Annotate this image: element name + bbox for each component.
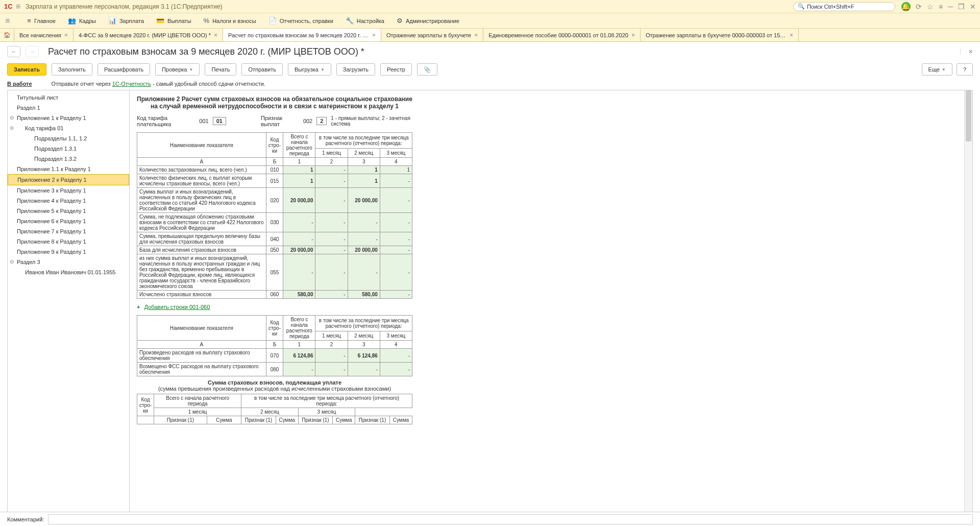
cell[interactable]: - <box>283 363 315 376</box>
cell[interactable]: - <box>380 349 412 363</box>
check-button[interactable]: Проверка▼ <box>155 63 200 76</box>
tree-item[interactable]: Приложение 8 к Разделу 1 <box>8 236 129 247</box>
cell[interactable]: - <box>380 246 412 254</box>
nav-forward-button[interactable]: → <box>26 46 39 57</box>
cell[interactable]: - <box>315 246 348 254</box>
menu-dots-icon[interactable]: ⋮ <box>958 49 963 55</box>
cell[interactable]: 1 <box>283 166 315 174</box>
cell[interactable]: - <box>315 213 348 232</box>
close-icon[interactable]: × <box>372 32 376 39</box>
close-window-icon[interactable]: ✕ <box>970 3 976 11</box>
menu-Выплаты[interactable]: 💳Выплаты <box>156 17 191 25</box>
menu-Зарплата[interactable]: 📊Зарплата <box>108 17 144 25</box>
cell[interactable]: - <box>380 291 412 299</box>
cell[interactable]: - <box>380 363 412 376</box>
tree-item[interactable]: Приложение 4 к Разделу 1 <box>8 196 129 206</box>
cell[interactable]: 6 124,86 <box>283 349 315 363</box>
tree-item[interactable]: Приложение 2 к Разделу 1 <box>8 174 129 185</box>
cell[interactable]: - <box>283 213 315 232</box>
attach-button[interactable]: 📎 <box>417 63 437 76</box>
cell[interactable]: 1 <box>348 174 380 188</box>
cell[interactable]: - <box>315 363 348 376</box>
nav-back-button[interactable]: ← <box>7 46 20 57</box>
cell[interactable]: 20 000,00 <box>348 246 380 254</box>
decode-button[interactable]: Расшифровать <box>97 63 150 76</box>
print-button[interactable]: Печать <box>205 63 236 76</box>
registry-button[interactable]: Реестр <box>380 63 412 76</box>
cell[interactable]: - <box>380 188 412 213</box>
cell[interactable]: - <box>348 213 380 232</box>
more-button[interactable]: Еще▼ <box>922 63 952 76</box>
tree-item[interactable]: Приложение 5 к Разделу 1 <box>8 206 129 216</box>
minimize-icon[interactable]: ─ <box>948 3 953 11</box>
cell[interactable]: - <box>315 349 348 363</box>
cell[interactable]: - <box>315 188 348 213</box>
cell[interactable]: 20 000,00 <box>283 188 315 213</box>
burger-icon[interactable]: ≡ <box>16 2 20 11</box>
tree-item[interactable]: Подраздел 1.3.1 <box>8 144 129 154</box>
tab[interactable]: 4-ФСС за 9 месяцев 2020 г. (МИР ЦВЕТОВ О… <box>74 29 223 41</box>
add-rows-link[interactable]: Добавить строки 001-060 <box>144 304 210 310</box>
cell[interactable]: - <box>315 254 348 291</box>
expand-icon[interactable]: ⊖ <box>10 115 14 121</box>
menu-Главное[interactable]: ≡Главное <box>27 17 56 25</box>
write-button[interactable]: Записать <box>7 63 46 76</box>
sign-code-input[interactable]: 2 <box>316 117 327 125</box>
menu-Налоги и взносы[interactable]: %Налоги и взносы <box>204 17 256 25</box>
cell[interactable]: - <box>348 232 380 246</box>
cell[interactable]: - <box>315 174 348 188</box>
cell[interactable]: - <box>380 174 412 188</box>
close-icon[interactable]: × <box>474 32 478 39</box>
menu-toggle-icon[interactable]: ≡ <box>5 16 10 26</box>
expand-icon[interactable]: ⊖ <box>10 125 14 131</box>
fill-button[interactable]: Заполнить <box>52 63 92 76</box>
tree-item[interactable]: Приложение 6 к Разделу 1 <box>8 216 129 226</box>
upload-button[interactable]: Выгрузка▼ <box>288 63 331 76</box>
tree-item[interactable]: ⊖Приложение 1 к Разделу 1 <box>8 113 129 123</box>
close-icon[interactable]: × <box>214 32 217 39</box>
close-icon[interactable]: × <box>790 32 793 39</box>
close-page-icon[interactable]: ✕ <box>968 49 973 55</box>
tree-item[interactable]: Приложение 9 к Разделу 1 <box>8 247 129 257</box>
close-icon[interactable]: × <box>64 32 68 39</box>
tree-item[interactable]: ⊖Код тарифа 01 <box>8 123 129 133</box>
help-button[interactable]: ? <box>957 63 973 76</box>
history-icon[interactable]: ⟳ <box>916 3 922 11</box>
filter-icon[interactable]: ≡ <box>939 3 943 11</box>
cell[interactable]: - <box>380 213 412 232</box>
tab[interactable]: Отражение зарплаты в бухучете× <box>381 29 483 41</box>
expand-icon[interactable]: ⊖ <box>10 259 14 265</box>
star-icon[interactable]: ☆ <box>927 3 934 11</box>
cell[interactable]: 580,00 <box>348 291 380 299</box>
bell-icon[interactable]: 🔔 <box>901 2 911 11</box>
load-button[interactable]: Загрузить <box>336 63 375 76</box>
menu-Настройка[interactable]: 🔧Настройка <box>346 17 384 25</box>
sections-tree[interactable]: Титульный листРаздел 1⊖Приложение 1 к Ра… <box>7 90 130 514</box>
status-badge[interactable]: В работе <box>7 81 32 87</box>
scrollbar-vertical[interactable] <box>964 90 972 513</box>
cell[interactable]: 1 <box>380 166 412 174</box>
cell[interactable]: 20 000,00 <box>283 246 315 254</box>
tab[interactable]: Расчет по страховым взносам за 9 месяцев… <box>223 29 381 41</box>
cell[interactable]: - <box>315 232 348 246</box>
send-button[interactable]: Отправить <box>241 63 283 76</box>
tab[interactable]: Все начисления× <box>14 29 74 41</box>
1c-report-link[interactable]: 1С-Отчетность <box>112 81 151 87</box>
tariff-code-input[interactable]: 01 <box>213 117 226 125</box>
cell[interactable]: - <box>348 254 380 291</box>
cell[interactable]: - <box>315 291 348 299</box>
cell[interactable]: 580,00 <box>283 291 315 299</box>
tree-item[interactable]: ⊖Раздел 3 <box>8 257 129 267</box>
cell[interactable]: - <box>283 254 315 291</box>
tree-item[interactable]: Приложение 7 к Разделу 1 <box>8 226 129 236</box>
restore-icon[interactable]: ❐ <box>958 3 965 11</box>
cell[interactable]: 20 000,00 <box>348 188 380 213</box>
tree-item[interactable]: Подразделы 1.1, 1.2 <box>8 133 129 144</box>
menu-Кадры[interactable]: 👥Кадры <box>68 17 96 25</box>
tree-item[interactable]: Раздел 1 <box>8 103 129 113</box>
close-icon[interactable]: × <box>631 32 635 39</box>
menu-Отчетность, справки[interactable]: 📄Отчетность, справки <box>268 17 333 25</box>
cell[interactable]: - <box>380 232 412 246</box>
cell[interactable]: - <box>380 254 412 291</box>
cell[interactable]: 1 <box>283 174 315 188</box>
